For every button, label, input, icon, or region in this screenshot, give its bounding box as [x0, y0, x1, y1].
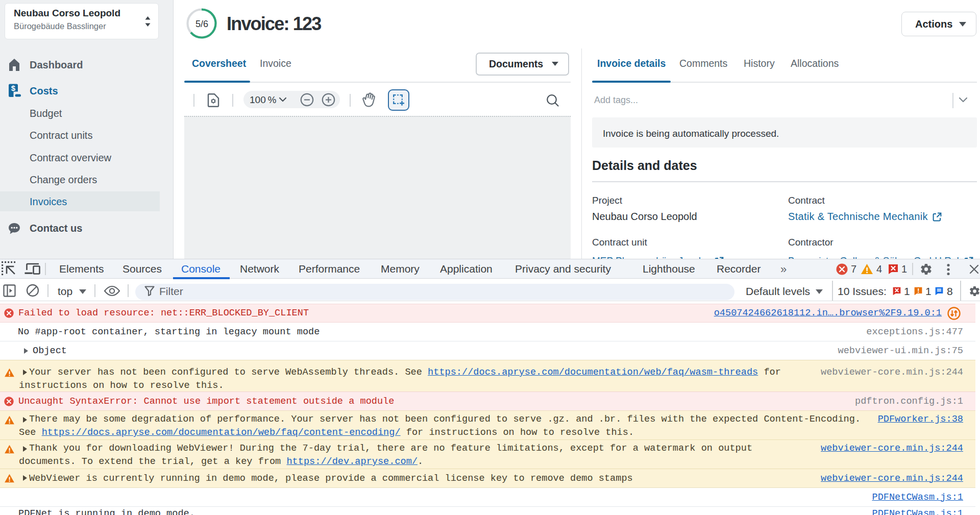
svg-text:5/6: 5/6 [195, 19, 208, 29]
svg-text:$: $ [11, 84, 16, 92]
